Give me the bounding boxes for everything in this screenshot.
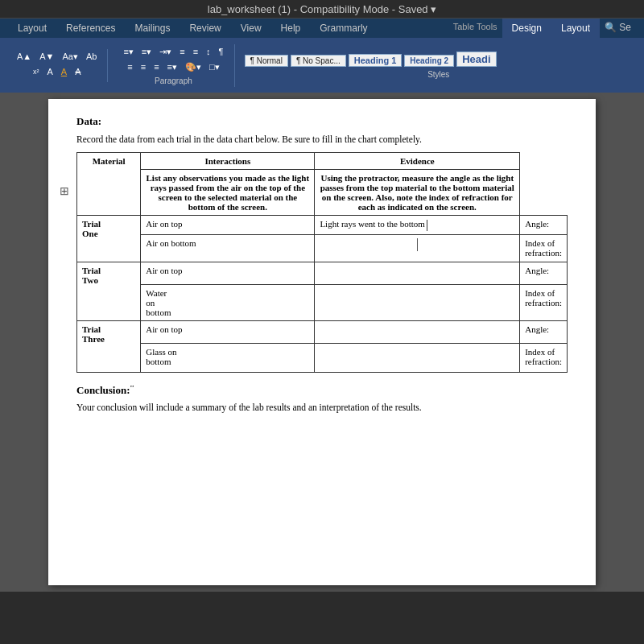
text-cursor bbox=[427, 220, 427, 231]
trial1-evidence-bottom: Index of refraction: bbox=[520, 234, 568, 262]
style-heading[interactable]: Headi bbox=[456, 52, 496, 67]
sort-btn[interactable]: ↕ bbox=[204, 46, 213, 57]
trial2-evidence-bottom: Index of refraction: bbox=[520, 284, 568, 320]
align-justify-btn[interactable]: ≡ bbox=[125, 61, 134, 72]
style-normal-label: ¶ Normal bbox=[250, 56, 283, 65]
style-heading-label: Headi bbox=[462, 53, 490, 65]
title-bar: lab_worksheet (1) - Compatibility Mode -… bbox=[0, 0, 644, 19]
trial1-interaction-top[interactable]: Light rays went to the bottom bbox=[315, 216, 520, 234]
instruction-text: Record the data from each trial in the d… bbox=[76, 133, 568, 146]
font-aa[interactable]: Aa▾ bbox=[60, 51, 80, 63]
highlight-btn[interactable]: A bbox=[44, 66, 55, 77]
table-row-trial1-top: TrialOne Air on top Light rays went to t… bbox=[77, 216, 568, 234]
table-row-trial1-bottom: Air on bottom Index of refraction: bbox=[77, 234, 568, 262]
trial3-interaction-top[interactable] bbox=[315, 320, 520, 343]
style-h2-label: Heading 2 bbox=[410, 56, 448, 65]
trial1-mat-top: Air on top bbox=[141, 216, 315, 234]
list-bullet-btn[interactable]: ≡▾ bbox=[121, 46, 135, 58]
table-row-trial3-bottom: Glass onbottom Index of refraction: bbox=[77, 343, 568, 372]
conclusion-text: Your conclusion will include a summary o… bbox=[76, 401, 568, 414]
align-center-btn[interactable]: ≡ bbox=[191, 46, 200, 57]
trial1-interaction-bottom[interactable] bbox=[315, 234, 520, 262]
th-interactions: Interactions bbox=[141, 153, 315, 170]
styles-label: Styles bbox=[245, 70, 633, 79]
trial3-mat-top: Air on top bbox=[141, 320, 315, 343]
shading-btn[interactable]: 🎨▾ bbox=[183, 61, 204, 73]
conclusion-label: Conclusion: ̈ bbox=[76, 384, 133, 396]
tab-references[interactable]: References bbox=[56, 19, 125, 38]
trial1-evidence-top: Angle: bbox=[520, 216, 568, 234]
th-material: Material bbox=[77, 153, 141, 216]
th-evidence-sub: Using the protractor, measure the angle … bbox=[315, 170, 520, 216]
tab-design[interactable]: Design bbox=[502, 19, 551, 38]
styles-section: ¶ Normal ¶ No Spac... Heading 1 Heading … bbox=[240, 50, 638, 80]
tab-layout[interactable]: Layout bbox=[8, 19, 56, 38]
table-row-trial2-top: TrialTwo Air on top Angle: bbox=[77, 262, 568, 284]
ribbon-content: A▲ A▼ Aa▾ Ab x² A A A ≡▾ ≡▾ ⇥▾ ≡ ≡ ↕ ¶ ≡… bbox=[0, 38, 644, 93]
table-row-trial3-top: TrialThree Air on top Angle: bbox=[77, 320, 568, 343]
line-spacing-btn[interactable]: ≡▾ bbox=[165, 61, 180, 73]
trial2-mat-bottom: Wateronbottom bbox=[141, 284, 315, 320]
indent-btn[interactable]: ⇥▾ bbox=[157, 46, 174, 58]
trial1-mat-bottom: Air on bottom bbox=[141, 234, 315, 262]
trial2-evidence-top: Angle: bbox=[520, 262, 568, 284]
tab-view[interactable]: View bbox=[231, 19, 271, 38]
table-row-trial2-bottom: Wateronbottom Index of refraction: bbox=[77, 284, 568, 320]
pilcrow-btn[interactable]: ¶ bbox=[217, 46, 226, 57]
style-nospac-label: ¶ No Spac... bbox=[296, 56, 341, 65]
th-evidence: Evidence bbox=[315, 153, 520, 170]
font-ab[interactable]: Ab bbox=[84, 51, 99, 62]
trial3-interaction-bottom[interactable] bbox=[315, 343, 520, 372]
document-wrapper: Data: Record the data from each trial in… bbox=[0, 93, 644, 592]
tab-help[interactable]: Help bbox=[271, 19, 311, 38]
font-size-up[interactable]: A▲ bbox=[14, 51, 34, 62]
tab-review[interactable]: Review bbox=[180, 19, 230, 38]
document-page: Data: Record the data from each trial in… bbox=[48, 99, 596, 585]
subscript-btn[interactable]: x² bbox=[31, 67, 42, 76]
tab-layout-right[interactable]: Layout bbox=[551, 19, 600, 38]
style-heading2[interactable]: Heading 2 bbox=[404, 55, 454, 67]
align-block-btn[interactable]: ≡ bbox=[151, 61, 161, 72]
paragraph-label: Paragraph bbox=[155, 76, 192, 85]
conclusion-section: Conclusion: ̈ Your conclusion will inclu… bbox=[76, 382, 568, 414]
style-normal[interactable]: ¶ Normal bbox=[245, 55, 288, 67]
font-color-btn[interactable]: A bbox=[59, 66, 69, 77]
data-label: Data: bbox=[76, 115, 568, 128]
trial3-evidence-bottom: Index of refraction: bbox=[520, 343, 568, 372]
table-move-icon[interactable]: ⊞ bbox=[60, 184, 69, 197]
list-number-btn[interactable]: ≡▾ bbox=[139, 46, 154, 58]
trial-three-label: TrialThree bbox=[77, 320, 141, 372]
trial-two-label: TrialTwo bbox=[77, 262, 141, 320]
title-text: lab_worksheet (1) - Compatibility Mode -… bbox=[208, 3, 436, 15]
data-table: Material Interactions Evidence List any … bbox=[76, 152, 568, 372]
strikethrough-btn[interactable]: A bbox=[72, 66, 83, 77]
font-size-down[interactable]: A▼ bbox=[37, 51, 56, 62]
trial-one-label: TrialOne bbox=[77, 216, 141, 262]
search-icon[interactable]: 🔍 Se bbox=[600, 19, 636, 38]
trial2-interaction-bottom[interactable] bbox=[315, 284, 520, 320]
border-btn[interactable]: □▾ bbox=[207, 61, 222, 73]
font-section: A▲ A▼ Aa▾ Ab x² A A A bbox=[6, 49, 108, 82]
align-right-btn[interactable]: ≡ bbox=[138, 61, 148, 72]
trial3-mat-bottom: Glass onbottom bbox=[141, 343, 315, 372]
style-h1-label: Heading 1 bbox=[354, 56, 397, 65]
paragraph-section: ≡▾ ≡▾ ⇥▾ ≡ ≡ ↕ ¶ ≡ ≡ ≡ ≡▾ 🎨▾ □▾ Paragrap… bbox=[113, 44, 234, 87]
trial2-interaction-top[interactable] bbox=[315, 262, 520, 284]
ribbon-tabs: Layout References Mailings Review View H… bbox=[0, 19, 644, 38]
text-cursor-2 bbox=[417, 238, 418, 251]
th-interactions-sub: List any observations you made as the li… bbox=[141, 170, 315, 216]
trial2-mat-top: Air on top bbox=[141, 262, 315, 284]
tab-mailings[interactable]: Mailings bbox=[125, 19, 180, 38]
style-no-spac[interactable]: ¶ No Spac... bbox=[291, 55, 346, 67]
trial3-evidence-top: Angle: bbox=[520, 320, 568, 343]
style-heading1[interactable]: Heading 1 bbox=[349, 54, 402, 67]
tab-grammarly[interactable]: Grammarly bbox=[310, 19, 377, 38]
align-left-btn[interactable]: ≡ bbox=[177, 46, 187, 57]
